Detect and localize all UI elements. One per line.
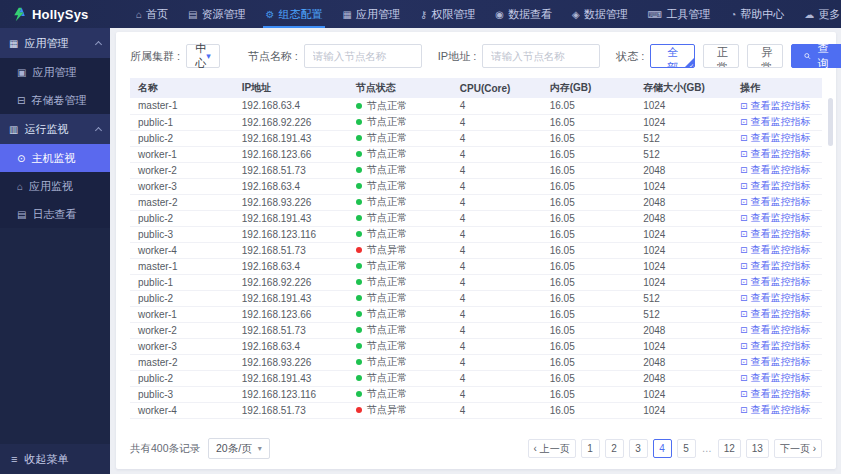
cell-storage: 2048 — [635, 210, 732, 226]
page-button-3[interactable]: 3 — [629, 439, 648, 458]
cell-ip: 192.168.63.4 — [234, 338, 348, 354]
hollysys-logo-icon — [12, 7, 27, 22]
sidebar-item-host-monitor[interactable]: ⊙主机监视 — [0, 144, 110, 172]
cell-mem: 16.05 — [542, 162, 635, 178]
cell-storage: 1024 — [635, 338, 732, 354]
view-metrics-link[interactable]: ⊡查看监控指标 — [740, 404, 811, 415]
view-metrics-link[interactable]: ⊡查看监控指标 — [740, 372, 811, 383]
metrics-icon: ⊡ — [740, 405, 748, 415]
cell-storage: 1024 — [635, 274, 732, 290]
page-button-12[interactable]: 12 — [718, 439, 741, 458]
sidebar-item-app-manage[interactable]: ▣应用管理 — [0, 58, 110, 86]
view-metrics-link[interactable]: ⊡查看监控指标 — [740, 100, 811, 111]
sidebar-item-log-view[interactable]: ▤日志查看 — [0, 200, 110, 228]
ip-input[interactable] — [482, 44, 600, 68]
status-filter-1[interactable]: 正常 — [703, 44, 739, 68]
view-metrics-link[interactable]: ⊡查看监控指标 — [740, 356, 811, 367]
view-metrics-link[interactable]: ⊡查看监控指标 — [740, 148, 811, 159]
nav-item-resource[interactable]: ▤资源管理 — [178, 0, 255, 28]
table-row: master-1192.168.63.4节点正常416.051024⊡查看监控指… — [130, 258, 822, 274]
nav-item-config[interactable]: ⚙组态配置 — [256, 0, 333, 28]
chevron-up-icon — [95, 126, 102, 133]
cell-mem: 16.05 — [542, 370, 635, 386]
nav-item-tools[interactable]: ⌨工具管理 — [638, 0, 720, 28]
status-filter-0[interactable]: 全部状态 — [650, 44, 695, 68]
cell-status: 节点正常 — [348, 194, 452, 210]
view-metrics-link[interactable]: ⊡查看监控指标 — [740, 196, 811, 207]
view-metrics-link[interactable]: ⊡查看监控指标 — [740, 292, 811, 303]
view-metrics-link[interactable]: ⊡查看监控指标 — [740, 308, 811, 319]
table-row: public-2192.168.191.43节点正常416.05512⊡查看监控… — [130, 290, 822, 306]
nav-item-label: 更多 — [818, 7, 840, 22]
brand-logo[interactable]: HollySys — [0, 7, 112, 22]
search-button-label: 查询 — [816, 41, 830, 71]
view-metrics-link[interactable]: ⊡查看监控指标 — [740, 340, 811, 351]
gauge-icon: ⌂ — [17, 181, 23, 192]
cell-mem: 16.05 — [542, 146, 635, 162]
cell-cpu: 4 — [452, 162, 542, 178]
status-dot-green — [356, 119, 362, 125]
chevron-up-icon — [95, 40, 102, 47]
view-metrics-link[interactable]: ⊡查看监控指标 — [740, 244, 811, 255]
cell-status: 节点正常 — [348, 226, 452, 242]
help-icon: ◔ — [730, 9, 736, 20]
metrics-icon: ⊡ — [740, 309, 748, 319]
cell-cpu: 4 — [452, 354, 542, 370]
status-dot-green — [356, 295, 362, 301]
cluster-select[interactable]: 中心 ▾ — [186, 44, 220, 68]
view-metrics-link[interactable]: ⊡查看监控指标 — [740, 276, 811, 287]
view-metrics-link[interactable]: ⊡查看监控指标 — [740, 324, 811, 335]
table-row: worker-4192.168.51.73节点异常416.051024⊡查看监控… — [130, 242, 822, 258]
sidebar-item-app-monitor[interactable]: ⌂应用监视 — [0, 172, 110, 200]
status-dot-green — [356, 183, 362, 189]
table-scrollbar-thumb[interactable] — [828, 98, 833, 146]
database-icon: ◈ — [572, 9, 580, 20]
cell-action: ⊡查看监控指标 — [732, 258, 822, 274]
status-text: 节点正常 — [367, 180, 407, 191]
nav-item-data-view[interactable]: ◉数据查看 — [485, 0, 562, 28]
cell-name: public-3 — [130, 226, 234, 242]
nav-item-app[interactable]: ▦应用管理 — [332, 0, 409, 28]
cell-ip: 192.168.191.43 — [234, 130, 348, 146]
collapse-menu-button[interactable]: ≡ 收起菜单 — [0, 444, 110, 474]
cell-status: 节点正常 — [348, 354, 452, 370]
view-metrics-link[interactable]: ⊡查看监控指标 — [740, 212, 811, 223]
view-metrics-link[interactable]: ⊡查看监控指标 — [740, 132, 811, 143]
page-button-4[interactable]: 4 — [653, 439, 672, 458]
table-row: worker-1192.168.123.66节点正常416.05512⊡查看监控… — [130, 146, 822, 162]
sidebar: ▦应用管理▣应用管理⊟存储卷管理▥运行监视⊙主机监视⌂应用监视▤日志查看 ≡ 收… — [0, 28, 110, 474]
next-page-button[interactable]: 下一页 › — [774, 439, 822, 458]
page-size-value: 20条/页 — [216, 442, 252, 456]
view-metrics-link[interactable]: ⊡查看监控指标 — [740, 116, 811, 127]
view-metrics-link[interactable]: ⊡查看监控指标 — [740, 228, 811, 239]
page-button-13[interactable]: 13 — [746, 439, 769, 458]
cell-mem: 16.05 — [542, 98, 635, 114]
table-row: public-3192.168.123.116节点正常416.051024⊡查看… — [130, 386, 822, 402]
page-button-2[interactable]: 2 — [605, 439, 624, 458]
view-metrics-label: 查看监控指标 — [751, 356, 811, 367]
view-metrics-link[interactable]: ⊡查看监控指标 — [740, 388, 811, 399]
view-metrics-link[interactable]: ⊡查看监控指标 — [740, 260, 811, 271]
view-metrics-label: 查看监控指标 — [751, 100, 811, 111]
page-button-1[interactable]: 1 — [581, 439, 600, 458]
hamburger-icon: ≡ — [11, 453, 17, 465]
node-name-input[interactable] — [304, 44, 422, 68]
sidebar-group-run-monitor-group[interactable]: ▥运行监视 — [0, 114, 110, 144]
nav-item-permission[interactable]: ⚷权限管理 — [410, 0, 485, 28]
nav-item-home[interactable]: ⌂首页 — [126, 0, 178, 28]
status-text: 节点正常 — [367, 116, 407, 127]
sidebar-group-app-manage-group[interactable]: ▦应用管理 — [0, 28, 110, 58]
view-metrics-link[interactable]: ⊡查看监控指标 — [740, 164, 811, 175]
view-metrics-link[interactable]: ⊡查看监控指标 — [740, 180, 811, 191]
status-filter-2[interactable]: 异常 — [747, 44, 783, 68]
search-button[interactable]: 查询 — [791, 44, 841, 68]
prev-page-button[interactable]: ‹ 上一页 — [528, 439, 576, 458]
nav-item-data-manage[interactable]: ◈数据管理 — [562, 0, 638, 28]
sidebar-item-storage-vol[interactable]: ⊟存储卷管理 — [0, 86, 110, 114]
node-table-container: 名称IP地址节点状态CPU(Core)内存(GB)存储大小(GB)操作 mast… — [130, 78, 822, 432]
nav-item-help[interactable]: ◔帮助中心 — [720, 0, 794, 28]
page-size-select[interactable]: 20条/页 ▾ — [208, 438, 270, 459]
page-button-5[interactable]: 5 — [677, 439, 696, 458]
view-metrics-label: 查看监控指标 — [751, 388, 811, 399]
nav-item-more[interactable]: ☁更多▾ — [794, 0, 841, 28]
